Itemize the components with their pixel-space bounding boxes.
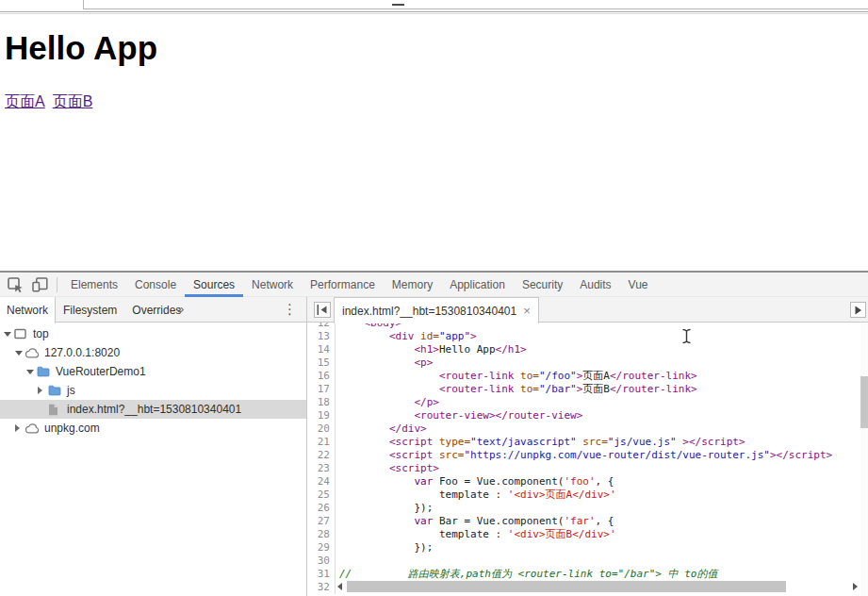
vertical-scrollbar-thumb[interactable] [860,376,868,428]
line-number[interactable]: 31 [307,568,336,581]
line-number[interactable]: 17 [307,383,336,396]
line-number[interactable]: 14 [307,343,336,356]
inspect-icon[interactable] [7,276,24,293]
link-page-b[interactable]: 页面B [53,93,93,109]
code-text[interactable]: </div> [339,422,427,436]
tab-security[interactable]: Security [514,273,571,297]
expand-arrow-closed-icon[interactable] [15,424,25,432]
expand-arrow-open-icon[interactable] [26,370,37,374]
line-number[interactable]: 12 [307,323,336,330]
code-line-19[interactable]: 19 <router-view></router-view> [307,409,868,422]
line-number[interactable]: 15 [307,356,336,370]
code-line-15[interactable]: 15 <p> [307,356,868,370]
tab-console[interactable]: Console [126,273,185,297]
address-bar[interactable] [83,0,868,9]
code-text[interactable]: var Foo = Vue.component('foo', { [339,475,614,488]
tree-item-unpkg-com[interactable]: unpkg.com [0,419,306,438]
line-number[interactable]: 18 [307,396,336,409]
tab-audits[interactable]: Audits [571,273,619,297]
line-number[interactable]: 19 [307,409,336,422]
code-line-18[interactable]: 18 </p> [307,396,868,409]
code-line-27[interactable]: 27 var Bar = Vue.component('far', { [307,515,868,528]
code-text[interactable]: </p> [339,396,439,409]
code-text[interactable]: var Bar = Vue.component('far', { [339,515,614,528]
line-number[interactable]: 23 [307,462,336,475]
tab-sources[interactable]: Sources [185,273,243,297]
code-text[interactable]: <script> [339,462,439,475]
file-tab[interactable]: index.html?__hbt=1530810340401 × [334,297,539,323]
code-line-23[interactable]: 23 <script> [307,462,868,475]
horizontal-scrollbar[interactable] [336,580,860,593]
line-number[interactable]: 25 [307,488,336,502]
code-text[interactable]: template : '<div>页面A</div>' [339,488,616,502]
horizontal-scrollbar-thumb[interactable] [347,581,786,592]
source-editor[interactable]: 12 <body>13 <div id="app">14 <h1>Hello A… [307,323,868,596]
code-text[interactable]: // 路由映射表,path值为 <router-link to="/bar"> … [339,568,717,581]
code-text[interactable]: <router-link to="/bar">页面B</router-link> [339,383,697,396]
scroll-left-icon[interactable] [337,583,342,590]
code-line-14[interactable]: 14 <h1>Hello App</h1> [307,343,868,356]
tree-item-js[interactable]: js [0,381,306,400]
code-line-12[interactable]: 12 <body> [307,323,868,330]
line-number[interactable]: 16 [307,370,336,383]
code-text[interactable]: <body> [339,323,401,330]
tree-item-top[interactable]: top [0,324,306,343]
tree-item-vuerouterdemo1[interactable]: VueRouterDemo1 [0,362,306,381]
code-line-25[interactable]: 25 template : '<div>页面A</div>' [307,488,868,502]
line-number[interactable]: 29 [307,541,336,555]
code-text[interactable]: <h1>Hello App</h1> [339,343,527,356]
line-number[interactable]: 21 [307,436,336,449]
code-text[interactable]: }); [339,541,433,555]
tab-network[interactable]: Network [243,273,302,297]
code-text[interactable]: <script type="text/javascript" src="js/v… [339,436,745,449]
code-line-17[interactable]: 17 <router-link to="/bar">页面B</router-li… [307,383,868,396]
code-text[interactable]: template : '<div>页面B</div>' [339,528,616,541]
line-number[interactable]: 24 [307,475,336,488]
line-number[interactable]: 22 [307,449,336,462]
tab-performance[interactable]: Performance [302,273,384,297]
code-line-28[interactable]: 28 template : '<div>页面B</div>' [307,528,868,541]
menu-dots-icon[interactable]: ⋮ [283,301,294,318]
code-line-13[interactable]: 13 <div id="app"> [307,330,868,343]
line-number[interactable]: 28 [307,528,336,541]
tab-application[interactable]: Application [441,273,514,297]
tab-vue[interactable]: Vue [620,273,657,297]
more-tabs-icon[interactable]: » [177,302,184,316]
code-line-20[interactable]: 20 </div> [307,422,868,436]
link-page-a[interactable]: 页面A [5,93,45,109]
code-line-22[interactable]: 22 <script src="https://unpkg.com/vue-ro… [307,449,868,462]
line-number[interactable]: 20 [307,422,336,436]
code-line-24[interactable]: 24 var Foo = Vue.component('foo', { [307,475,868,488]
code-text[interactable]: }); [339,502,433,515]
code-text[interactable]: <p> [339,356,433,370]
tab-scroll-right-icon[interactable] [850,302,866,318]
vertical-scrollbar[interactable] [860,323,868,596]
code-text[interactable]: <router-link to="/foo">页面A</router-link> [339,370,697,383]
line-number[interactable]: 26 [307,502,336,515]
code-text[interactable]: <script src="https://unpkg.com/vue-route… [339,449,832,462]
code-line-21[interactable]: 21 <script type="text/javascript" src="j… [307,436,868,449]
line-number[interactable]: 32 [307,581,336,594]
tree-item-index-html-hbt-1530810340401[interactable]: index.html?__hbt=1530810340401 [0,400,306,419]
tab-memory[interactable]: Memory [384,273,441,297]
code-text[interactable]: <router-view></router-view> [339,409,582,422]
sidebar-tab-filesystem[interactable]: Filesystem [56,297,124,323]
scroll-right-icon[interactable] [853,583,858,590]
code-line-29[interactable]: 29 }); [307,541,868,555]
code-line-26[interactable]: 26 }); [307,502,868,515]
line-number[interactable]: 27 [307,515,336,528]
line-number[interactable]: 13 [307,330,336,343]
code-line-30[interactable]: 30 [307,555,868,568]
expand-arrow-open-icon[interactable] [4,332,14,337]
code-line-16[interactable]: 16 <router-link to="/foo">页面A</router-li… [307,370,868,383]
navigator-toggle-icon[interactable] [314,302,331,318]
code-text[interactable]: <div id="app"> [339,330,477,343]
expand-arrow-open-icon[interactable] [15,351,25,356]
sidebar-tab-network[interactable]: Network [0,297,56,323]
code-line-31[interactable]: 31// 路由映射表,path值为 <router-link to="/bar"… [307,568,868,581]
close-icon[interactable]: × [523,305,531,317]
expand-arrow-closed-icon[interactable] [38,387,48,394]
device-toolbar-icon[interactable] [31,276,48,293]
line-number[interactable]: 30 [307,555,336,568]
tab-elements[interactable]: Elements [62,273,126,297]
